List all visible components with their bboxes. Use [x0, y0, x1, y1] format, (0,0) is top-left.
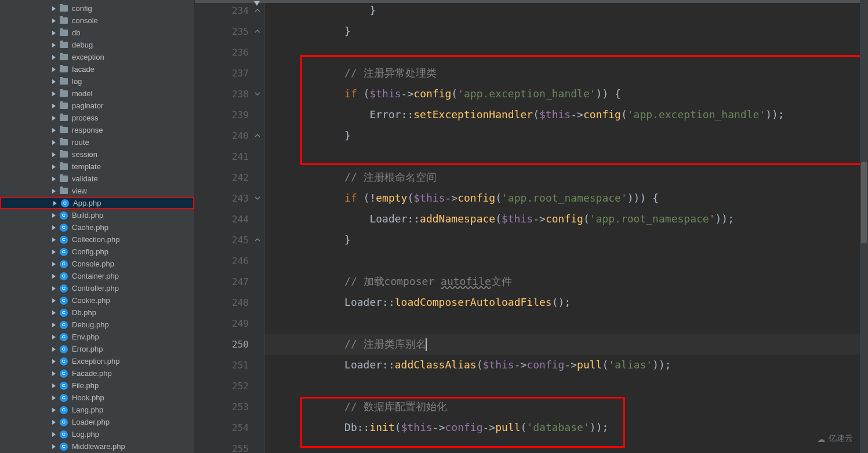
line-number[interactable]: 251 — [195, 355, 264, 375]
fold-down-icon[interactable] — [253, 90, 262, 98]
tree-file-Cache-php[interactable]: CCache.php — [0, 221, 194, 233]
line-number[interactable]: 236 — [195, 42, 264, 63]
tree-folder-debug[interactable]: debug — [0, 39, 194, 51]
code-line-250[interactable]: // 注册类库别名 — [264, 334, 860, 355]
tree-file-Console-php[interactable]: CConsole.php — [0, 258, 194, 270]
line-number[interactable]: 253 — [195, 396, 264, 417]
tree-folder-log[interactable]: log — [0, 75, 194, 87]
tree-file-Hook-php[interactable]: CHook.php — [0, 392, 194, 404]
tree-item-label: response — [72, 126, 103, 134]
folder-icon — [59, 77, 68, 86]
code-line-253[interactable]: // 数据库配置初始化 — [264, 396, 860, 417]
tree-file-Db-php[interactable]: CDb.php — [0, 306, 194, 319]
tree-file-Env-php[interactable]: CEnv.php — [0, 331, 194, 343]
line-number[interactable]: 239 — [195, 104, 264, 125]
scrollbar-thumb[interactable] — [861, 162, 867, 243]
tree-file-Log-php[interactable]: CLog.php — [0, 428, 194, 440]
line-number[interactable]: 255 — [195, 438, 264, 453]
code-line-238[interactable]: if ($this->config('app.exception_handle'… — [264, 83, 860, 104]
code-line-236[interactable] — [264, 42, 860, 63]
line-number[interactable]: 234 — [195, 0, 264, 21]
code-line-248[interactable]: Loader::loadComposerAutoloadFiles(); — [264, 292, 860, 313]
line-number[interactable]: 245 — [195, 229, 264, 250]
line-number[interactable]: 243 — [195, 188, 264, 209]
code-editor[interactable]: } } // 注册异常处理类 if ($this->config('app.ex… — [264, 0, 860, 453]
line-number[interactable]: 252 — [195, 375, 264, 396]
php-file-icon: C — [59, 418, 68, 427]
tree-folder-paginator[interactable]: paginator — [0, 100, 194, 112]
tree-folder-view[interactable]: view — [0, 185, 194, 197]
tree-file-Loader-php[interactable]: CLoader.php — [0, 416, 194, 428]
svg-marker-32 — [52, 396, 56, 400]
tree-folder-config[interactable]: config — [0, 2, 194, 14]
fold-up-icon[interactable] — [253, 131, 262, 140]
tree-folder-exception[interactable]: exception — [0, 51, 194, 63]
line-number[interactable]: 249 — [195, 313, 264, 334]
code-line-251[interactable]: Loader::addClassAlias($this->config->pul… — [264, 355, 860, 375]
line-number[interactable]: 240 — [195, 125, 264, 146]
tree-file-File-php[interactable]: CFile.php — [0, 379, 194, 392]
tree-folder-template[interactable]: template — [0, 160, 194, 173]
tree-file-Error-php[interactable]: CError.php — [0, 343, 194, 355]
code-line-249[interactable] — [264, 313, 860, 334]
code-line-252[interactable] — [264, 375, 860, 396]
chevron-right-icon — [51, 395, 57, 401]
code-line-235[interactable]: } — [264, 21, 860, 42]
php-file-icon: C — [59, 430, 68, 439]
fold-up-icon[interactable] — [253, 236, 262, 244]
line-number[interactable]: 237 — [195, 63, 264, 83]
code-line-239[interactable]: Error::setExceptionHandler($this->config… — [264, 104, 860, 125]
tree-file-Debug-php[interactable]: CDebug.php — [0, 319, 194, 331]
tree-folder-process[interactable]: process — [0, 112, 194, 124]
tree-file-Lang-php[interactable]: CLang.php — [0, 404, 194, 416]
code-line-234[interactable]: } — [264, 0, 860, 21]
tree-folder-route[interactable]: route — [0, 136, 194, 148]
line-number[interactable]: 250 — [195, 334, 264, 355]
tree-file-Middleware-php[interactable]: CMiddleware.php — [0, 440, 194, 452]
code-line-254[interactable]: Db::init($this->config->pull('database')… — [264, 417, 860, 438]
code-line-244[interactable]: Loader::addNamespace($this->config('app.… — [264, 209, 860, 229]
fold-down-icon[interactable] — [253, 194, 262, 202]
tree-folder-response[interactable]: response — [0, 124, 194, 136]
code-line-255[interactable] — [264, 438, 860, 453]
tree-folder-console[interactable]: console — [0, 14, 194, 27]
tree-file-Controller-php[interactable]: CController.php — [0, 282, 194, 294]
line-number[interactable]: 247 — [195, 271, 264, 292]
tree-folder-db[interactable]: db — [0, 27, 194, 39]
line-number[interactable]: 246 — [195, 250, 264, 271]
code-line-245[interactable]: } — [264, 229, 860, 250]
svg-marker-20 — [52, 250, 56, 254]
tree-file-Config-php[interactable]: CConfig.php — [0, 246, 194, 258]
code-line-242[interactable]: // 注册根命名空间 — [264, 167, 860, 188]
code-line-246[interactable] — [264, 250, 860, 271]
code-line-247[interactable]: // 加载composer autofile文件 — [264, 271, 860, 292]
fold-up-icon[interactable] — [253, 27, 262, 35]
line-number[interactable]: 242 — [195, 167, 264, 188]
tree-file-Collection-php[interactable]: CCollection.php — [0, 233, 194, 246]
tree-folder-model[interactable]: model — [0, 87, 194, 100]
code-line-240[interactable]: } — [264, 125, 860, 146]
fold-up-icon[interactable] — [253, 6, 262, 14]
line-number[interactable]: 241 — [195, 146, 264, 167]
tree-file-Container-php[interactable]: CContainer.php — [0, 270, 194, 282]
chevron-right-icon — [51, 164, 57, 170]
line-number[interactable]: 244 — [195, 209, 264, 229]
code-line-241[interactable] — [264, 146, 860, 167]
tree-folder-facade[interactable]: facade — [0, 63, 194, 75]
tree-folder-validate[interactable]: validate — [0, 173, 194, 185]
tree-file-App-php[interactable]: CApp.php — [0, 197, 194, 209]
tree-file-Exception-php[interactable]: CException.php — [0, 355, 194, 367]
line-number[interactable]: 235 — [195, 21, 264, 42]
code-line-237[interactable]: // 注册异常处理类 — [264, 63, 860, 83]
editor-scrollbar[interactable] — [860, 0, 868, 453]
line-number[interactable]: 248 — [195, 292, 264, 313]
tree-file-Build-php[interactable]: CBuild.php — [0, 209, 194, 221]
line-number[interactable]: 254 — [195, 417, 264, 438]
php-file-icon: C — [59, 211, 68, 220]
tree-file-Cookie-php[interactable]: CCookie.php — [0, 294, 194, 306]
line-number[interactable]: 238 — [195, 83, 264, 104]
code-line-243[interactable]: if (!empty($this->config('app.root_names… — [264, 188, 860, 209]
project-tree[interactable]: configconsoledbdebugexceptionfacadelogmo… — [0, 0, 195, 453]
tree-folder-session[interactable]: session — [0, 148, 194, 160]
tree-file-Facade-php[interactable]: CFacade.php — [0, 367, 194, 379]
